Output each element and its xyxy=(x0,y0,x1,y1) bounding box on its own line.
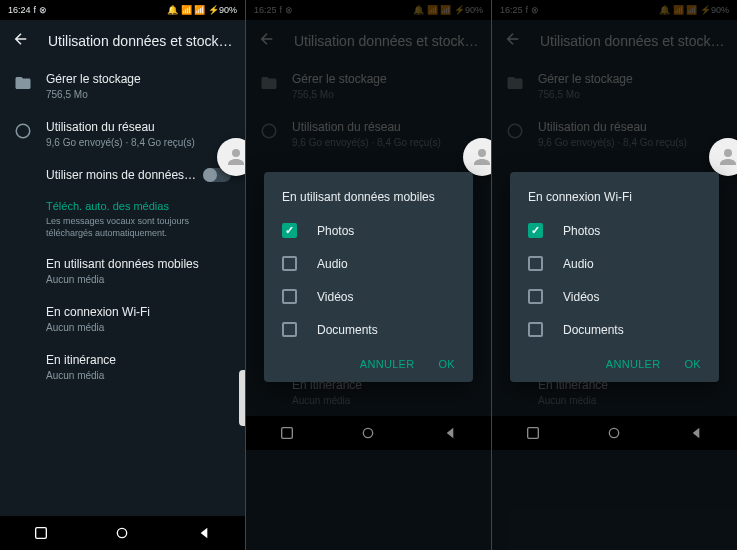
option-photos[interactable]: Photos xyxy=(264,214,473,247)
row-title: Gérer le stockage xyxy=(46,72,231,86)
back-icon[interactable] xyxy=(12,30,30,52)
row-sub: Aucun média xyxy=(46,370,231,381)
option-documents[interactable]: Documents xyxy=(510,313,719,346)
check-label: Documents xyxy=(317,323,378,337)
row-sub: 9,6 Go envoyé(s) · 8,4 Go reçu(s) xyxy=(46,137,231,148)
facebook-icon: f xyxy=(34,5,37,15)
option-documents[interactable]: Documents xyxy=(264,313,473,346)
dialog-title: En utilisant données mobiles xyxy=(264,186,473,214)
check-label: Audio xyxy=(317,257,348,271)
status-icons: 🔔 📶 📶 ⚡90% xyxy=(167,5,237,15)
check-label: Vidéos xyxy=(563,290,599,304)
phone-screen-3: 16:25 f ⊗ 🔔 📶 📶 ⚡90% Utilisation données… xyxy=(492,0,737,550)
check-label: Documents xyxy=(563,323,624,337)
network-usage-row[interactable]: Utilisation du réseau 9,6 Go envoyé(s) ·… xyxy=(0,110,245,158)
svg-rect-2 xyxy=(35,528,46,539)
checkbox[interactable] xyxy=(528,223,543,238)
option-audio[interactable]: Audio xyxy=(264,247,473,280)
recent-button[interactable] xyxy=(30,522,52,544)
settings-content: Gérer le stockage 756,5 Mo Utilisation d… xyxy=(0,62,245,516)
phone-screen-1: 16:24 f ⊗ 🔔 📶 📶 ⚡90% Utilisation données… xyxy=(0,0,246,550)
svg-point-1 xyxy=(232,149,240,157)
option-videos[interactable]: Vidéos xyxy=(264,280,473,313)
row-sub: Aucun média xyxy=(46,274,231,285)
checkbox[interactable] xyxy=(282,223,297,238)
check-label: Vidéos xyxy=(317,290,353,304)
checkbox[interactable] xyxy=(528,322,543,337)
cancel-button[interactable]: ANNULER xyxy=(606,358,661,370)
check-label: Photos xyxy=(317,224,354,238)
option-audio[interactable]: Audio xyxy=(510,247,719,280)
svg-point-0 xyxy=(16,124,30,138)
row-title: Utiliser moins de données… xyxy=(46,168,196,182)
svg-point-5 xyxy=(478,149,486,157)
wifi-dialog: En connexion Wi-Fi Photos Audio Vidéos D… xyxy=(510,172,719,382)
ok-button[interactable]: OK xyxy=(685,358,702,370)
checkbox[interactable] xyxy=(282,289,297,304)
checkbox[interactable] xyxy=(282,256,297,271)
ok-button[interactable]: OK xyxy=(439,358,456,370)
android-navbar xyxy=(0,516,245,550)
checkbox[interactable] xyxy=(528,256,543,271)
row-title: En utilisant données mobiles xyxy=(46,257,231,271)
row-sub: 756,5 Mo xyxy=(46,89,231,100)
roaming-row[interactable]: En itinérance Aucun média xyxy=(0,343,245,391)
svg-point-9 xyxy=(724,149,732,157)
page-title: Utilisation données et stock… xyxy=(48,33,232,49)
back-button[interactable] xyxy=(193,522,215,544)
section-desc: Les messages vocaux sont toujours téléch… xyxy=(0,216,245,247)
option-photos[interactable]: Photos xyxy=(510,214,719,247)
row-title: Utilisation du réseau xyxy=(46,120,231,134)
check-label: Photos xyxy=(563,224,600,238)
app-header: Utilisation données et stock… xyxy=(0,20,245,62)
dialog-title: En connexion Wi-Fi xyxy=(510,186,719,214)
option-videos[interactable]: Vidéos xyxy=(510,280,719,313)
check-label: Audio xyxy=(563,257,594,271)
row-sub: Aucun média xyxy=(46,322,231,333)
section-title: Téléch. auto. des médias xyxy=(0,192,245,216)
status-bar: 16:24 f ⊗ 🔔 📶 📶 ⚡90% xyxy=(0,0,245,20)
cancel-button[interactable]: ANNULER xyxy=(360,358,415,370)
folder-icon xyxy=(14,74,32,92)
status-extra-icon: ⊗ xyxy=(39,5,47,15)
checkbox[interactable] xyxy=(528,289,543,304)
row-title: En itinérance xyxy=(46,353,231,367)
home-button[interactable] xyxy=(111,522,133,544)
row-title: En connexion Wi-Fi xyxy=(46,305,231,319)
svg-point-3 xyxy=(118,528,127,537)
wifi-row[interactable]: En connexion Wi-Fi Aucun média xyxy=(0,295,245,343)
phone-screen-2: 16:25 f ⊗ 🔔 📶 📶 ⚡90% Utilisation données… xyxy=(246,0,492,550)
checkbox[interactable] xyxy=(282,322,297,337)
status-time: 16:24 xyxy=(8,5,31,15)
manage-storage-row[interactable]: Gérer le stockage 756,5 Mo xyxy=(0,62,245,110)
network-icon xyxy=(14,122,32,140)
less-data-row[interactable]: Utiliser moins de données… xyxy=(0,158,245,192)
edge-tab[interactable] xyxy=(239,370,245,426)
mobile-data-dialog: En utilisant données mobiles Photos Audi… xyxy=(264,172,473,382)
mobile-data-row[interactable]: En utilisant données mobiles Aucun média xyxy=(0,247,245,295)
